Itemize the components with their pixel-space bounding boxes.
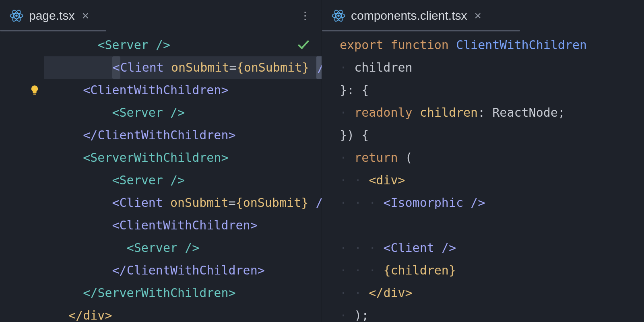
lightbulb-icon[interactable] <box>0 79 44 101</box>
code-line[interactable]: </ClientWithChildren> <box>44 259 322 282</box>
react-icon <box>332 9 345 23</box>
code-line[interactable]: <Server /> <box>44 169 322 192</box>
gutter <box>322 31 330 322</box>
react-icon <box>10 9 23 23</box>
code-line[interactable]: </div> <box>44 304 322 322</box>
editor-pane-right: components.client.tsx × export function … <box>322 0 644 322</box>
tab-components-client-tsx[interactable]: components.client.tsx × <box>325 0 492 31</box>
code-line[interactable]: <ClientWithChildren> <box>44 79 322 101</box>
svg-rect-4 <box>33 94 36 95</box>
code-line[interactable]: }: { <box>330 79 644 101</box>
code-line[interactable]: <Server /> <box>44 34 322 56</box>
tab-filename: page.tsx <box>29 9 74 23</box>
code-line[interactable]: <Client onSubmit={onSubmit} /> <box>44 192 322 214</box>
code-line[interactable]: · · </div> <box>330 282 644 304</box>
code-body[interactable]: export function ClientWithChildren· chil… <box>330 31 644 322</box>
tab-bar: page.tsx × ⋮ <box>0 0 322 31</box>
code-line[interactable]: </ClientWithChildren> <box>44 124 322 147</box>
code-line[interactable]: · · · <Client /> <box>330 237 644 259</box>
code-line[interactable]: · · · {children} <box>330 259 644 282</box>
code-line[interactable]: · · · <Isomorphic /> <box>330 192 644 214</box>
status-check-icon <box>297 38 310 52</box>
tab-page-tsx[interactable]: page.tsx × <box>3 0 99 31</box>
editor-workspace: page.tsx × ⋮ <Server /> <Client onSubmit… <box>0 0 644 322</box>
code-line[interactable]: </ServerWithChildren> <box>44 282 322 304</box>
editor-pane-left: page.tsx × ⋮ <Server /> <Client onSubmit… <box>0 0 322 322</box>
code-line[interactable]: · return ( <box>330 147 644 169</box>
more-actions-icon[interactable]: ⋮ <box>293 10 318 22</box>
code-line[interactable]: export function ClientWithChildren <box>330 34 644 56</box>
svg-point-8 <box>337 14 340 17</box>
code-line[interactable]: <Server /> <box>44 101 322 124</box>
code-line[interactable]: <ClientWithChildren> <box>44 214 322 237</box>
tab-bar: components.client.tsx × <box>322 0 644 31</box>
code-line[interactable]: }) { <box>330 124 644 147</box>
code-line[interactable]: · · <div> <box>330 169 644 192</box>
code-line[interactable]: · ); <box>330 304 644 322</box>
code-line[interactable]: <Server /> <box>44 237 322 259</box>
code-line[interactable]: <Client onSubmit={onSubmit} /> <box>44 56 322 79</box>
code-editor-right[interactable]: export function ClientWithChildren· chil… <box>322 31 644 322</box>
close-icon[interactable]: × <box>473 10 483 22</box>
svg-point-3 <box>15 14 18 17</box>
code-line[interactable] <box>330 214 644 237</box>
tab-filename: components.client.tsx <box>351 9 467 23</box>
code-line[interactable]: · readonly children: ReactNode; <box>330 101 644 124</box>
code-line[interactable]: · children <box>330 56 644 79</box>
code-line[interactable]: <ServerWithChildren> <box>44 147 322 169</box>
close-icon[interactable]: × <box>80 10 91 22</box>
code-body[interactable]: <Server /> <Client onSubmit={onSubmit} /… <box>44 31 322 322</box>
code-editor-left[interactable]: <Server /> <Client onSubmit={onSubmit} /… <box>0 31 322 322</box>
gutter <box>0 31 44 322</box>
